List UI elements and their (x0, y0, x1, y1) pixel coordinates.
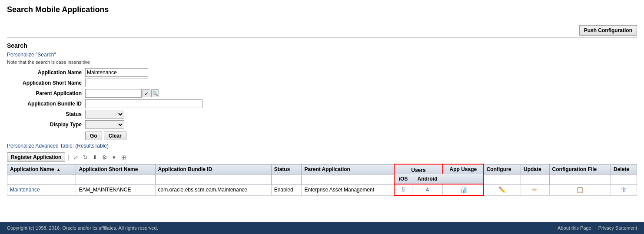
page-title: Search Mobile Applications (7, 5, 637, 14)
col-header-configuration-file: Configuration File (549, 164, 611, 174)
results-table: Application Name ▲ Application Short Nam… (7, 164, 637, 196)
cell-parent-application: Enterprise Asset Management (302, 184, 394, 195)
cell-configure: ✏️ (484, 184, 521, 195)
cell-update: ✏ (521, 184, 549, 195)
application-name-input[interactable] (85, 68, 148, 77)
parent-application-row: Parent Application ↙ 🔍 (7, 89, 637, 98)
results-section: Personalize Advanced Table: (ResultsTabl… (7, 143, 637, 196)
update-icon[interactable]: ✏ (532, 186, 538, 193)
results-toolbar: Register Application | ⤢ ↻ ⬇ ⚙ ▾ ⊞ (7, 152, 637, 162)
col-header-delete: Delete (611, 164, 637, 174)
main-content: Push Configuration Search Personalize "S… (0, 18, 644, 222)
col-subheader-status (271, 174, 302, 184)
search-section-title: Search (7, 42, 637, 49)
status-row: Status Enabled Disabled (7, 110, 637, 119)
cell-configuration-file: 📋 (549, 184, 611, 195)
privacy-link[interactable]: Privacy Statement (598, 225, 637, 231)
search-note: Note that the search is case insensitive (7, 59, 637, 65)
clear-button[interactable]: Clear (104, 132, 126, 140)
footer-copyright: Copyright (c) 1998, 2016, Oracle and/or … (7, 225, 158, 231)
push-config-button[interactable]: Push Configuration (579, 25, 637, 36)
application-bundle-id-label: Application Bundle ID (7, 101, 85, 107)
col-header-application-short-name: Application Short Name (76, 164, 155, 174)
col-subheader-app-name (7, 174, 76, 184)
col-subheader-config-file (549, 174, 611, 184)
configure-icon[interactable]: ✏️ (498, 186, 506, 193)
register-application-button[interactable]: Register Application (7, 152, 65, 162)
personalize-search-link[interactable]: Personalize "Search" (7, 52, 56, 58)
columns-icon[interactable]: ⊞ (120, 153, 128, 161)
parent-application-clear-icon[interactable]: ↙ (143, 89, 150, 97)
download-icon[interactable]: ⬇ (91, 153, 99, 161)
col-subheader-configure (484, 174, 521, 184)
display-type-select[interactable] (85, 120, 124, 129)
cell-application-name: Maintenance (7, 184, 76, 195)
col-header-update: Update (521, 164, 549, 174)
go-button[interactable]: Go (85, 132, 102, 140)
col-header-application-name[interactable]: Application Name ▲ (7, 164, 76, 174)
col-header-status: Status (271, 164, 302, 174)
about-link[interactable]: About this Page (558, 225, 591, 231)
personalize-table-link[interactable]: Personalize Advanced Table: (ResultsTabl… (7, 143, 109, 149)
col-subheader-update (521, 174, 549, 184)
delete-icon[interactable]: 🗑 (621, 186, 627, 193)
expand-icon[interactable]: ⤢ (72, 153, 80, 161)
cell-application-short-name: EAM_MAINTENANCE (76, 184, 155, 195)
footer-links: About this Page Privacy Statement (558, 225, 637, 231)
refresh-icon[interactable]: ↻ (82, 153, 90, 161)
col-subheader-ios: iOS (394, 174, 412, 184)
search-form: Application Name Application Short Name … (7, 68, 637, 140)
col-subheader-android: Android (412, 174, 443, 184)
application-short-name-label: Application Short Name (7, 80, 85, 86)
application-name-link[interactable]: Maintenance (10, 187, 40, 193)
android-count-link[interactable]: 4 (426, 187, 429, 193)
application-name-row: Application Name (7, 68, 637, 77)
col-subheader-parent (302, 174, 394, 184)
sort-arrow-icon: ▲ (56, 167, 61, 172)
settings-dropdown-icon[interactable]: ▾ (110, 153, 118, 161)
page-header: Search Mobile Applications (0, 0, 644, 18)
footer: Copyright (c) 1998, 2016, Oracle and/or … (0, 222, 644, 234)
col-header-application-bundle-id: Application Bundle ID (155, 164, 271, 174)
col-subheader-short-name (76, 174, 155, 184)
parent-application-label: Parent Application (7, 90, 85, 96)
col-subheader-app-usage (443, 174, 484, 184)
col-header-parent-application: Parent Application (302, 164, 394, 174)
parent-application-wrapper: ↙ 🔍 (85, 89, 159, 98)
application-bundle-id-row: Application Bundle ID (7, 99, 637, 108)
configuration-file-icon[interactable]: 📋 (576, 186, 584, 193)
cell-android: 4 (412, 184, 443, 195)
table-row: Maintenance EAM_MAINTENANCE com.oracle.e… (7, 184, 637, 195)
app-usage-icon[interactable]: 📊 (459, 186, 467, 193)
col-subheader-delete (611, 174, 637, 184)
parent-application-search-icon[interactable]: 🔍 (151, 89, 159, 97)
toolbar-separator: | (68, 154, 70, 161)
status-label: Status (7, 111, 85, 117)
application-short-name-row: Application Short Name (7, 79, 637, 87)
application-bundle-id-input[interactable] (85, 99, 202, 108)
col-header-users-group: Users (394, 164, 443, 174)
display-type-row: Display Type (7, 120, 637, 129)
cell-application-bundle-id: com.oracle.ebs.scm.eam.Maintenance (155, 184, 271, 195)
application-short-name-input[interactable] (85, 79, 148, 87)
search-section: Search Personalize "Search" Note that th… (7, 42, 637, 140)
form-buttons: Go Clear (85, 132, 637, 140)
settings-icon[interactable]: ⚙ (101, 153, 109, 161)
cell-delete: 🗑 (611, 184, 637, 195)
push-config-bar: Push Configuration (7, 23, 637, 37)
col-subheader-bundle-id (155, 174, 271, 184)
col-header-app-usage: App Usage (443, 164, 484, 174)
cell-ios: 5 (394, 184, 412, 195)
parent-application-input[interactable] (85, 89, 142, 98)
cell-app-usage: 📊 (443, 184, 484, 195)
status-select[interactable]: Enabled Disabled (85, 110, 124, 119)
cell-status: Enabled (271, 184, 302, 195)
display-type-label: Display Type (7, 122, 85, 128)
col-header-configure: Configure (484, 164, 521, 174)
ios-count-link[interactable]: 5 (402, 187, 405, 193)
application-name-label: Application Name (7, 69, 85, 76)
